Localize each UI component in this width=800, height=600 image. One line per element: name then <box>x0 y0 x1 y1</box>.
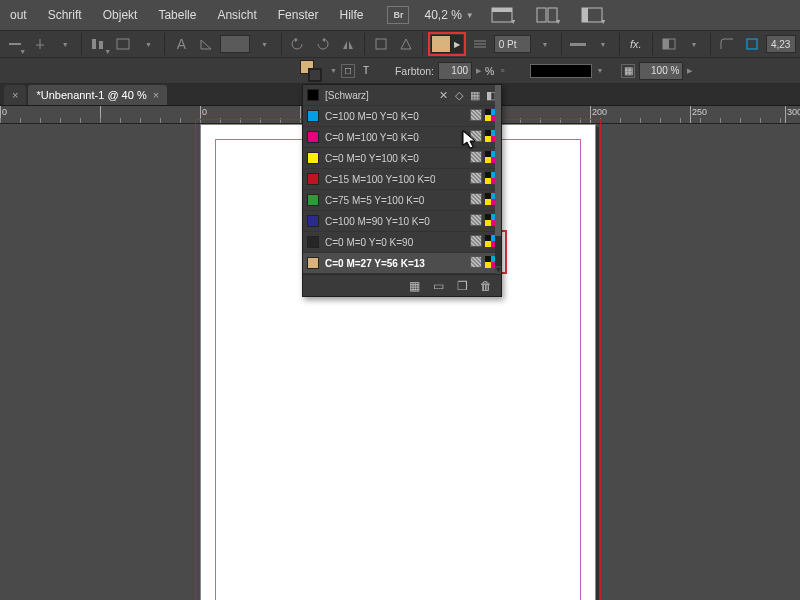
new-folder-icon[interactable]: ▭ <box>431 279 445 293</box>
corner-field[interactable]: 4,23 <box>766 35 796 53</box>
swatch-name: C=75 M=5 Y=100 K=0 <box>325 195 424 206</box>
stroke-weight-menu[interactable]: ▼ <box>534 33 556 55</box>
opacity-menu[interactable]: ▼ <box>683 33 705 55</box>
swatch-row[interactable]: C=100 M=90 Y=10 K=0 <box>303 211 501 232</box>
select-container-icon[interactable] <box>370 33 392 55</box>
flip-h-icon[interactable] <box>337 33 359 55</box>
color-type-icon <box>470 214 482 226</box>
ruler-label: 300 <box>787 107 800 117</box>
zoom-readout[interactable]: 40,2 % ▼ <box>424 8 473 22</box>
stroke-type-menu[interactable]: ▼ <box>596 67 603 74</box>
wrap2-slot[interactable]: ▼ <box>137 33 159 55</box>
options-slot[interactable]: ▼ <box>54 33 76 55</box>
document-tab[interactable]: *Unbenannt-1 @ 40 % × <box>28 85 167 105</box>
swatch-row[interactable]: C=15 M=100 Y=100 K=0 <box>303 169 501 190</box>
para-style-slot[interactable] <box>29 33 51 55</box>
color-type-icon <box>470 235 482 247</box>
svg-rect-1 <box>492 8 512 12</box>
scroll-down-arrow[interactable]: ▼ <box>495 266 501 274</box>
corner-icon[interactable] <box>716 33 738 55</box>
flip-slot[interactable]: ▼ <box>253 33 275 55</box>
swatch-name: C=100 M=90 Y=10 K=0 <box>325 216 430 227</box>
scrollbar-thumb[interactable] <box>495 85 501 236</box>
swatch-name: [Schwarz] <box>325 90 369 101</box>
farbton-flyout[interactable]: ▶ <box>476 67 481 75</box>
stroke-type-preview[interactable] <box>530 64 592 78</box>
stroke-weight-field[interactable]: 0 Pt <box>494 35 531 53</box>
select-content-icon[interactable] <box>395 33 417 55</box>
color-type-icon <box>470 193 482 205</box>
stroke-style-icon[interactable] <box>567 33 589 55</box>
ruler-label: 200 <box>592 107 607 117</box>
swatch-row[interactable]: C=0 M=0 Y=0 K=90 <box>303 232 501 253</box>
swatch-attr-icon: ✕ <box>437 89 449 101</box>
fill-stroke-proxy[interactable] <box>300 60 322 82</box>
wrap-slot[interactable] <box>112 33 134 55</box>
svg-rect-10 <box>376 39 386 49</box>
swatches-scrollbar[interactable]: ▼ <box>495 85 501 274</box>
swatch-view-icon[interactable]: ▦ <box>407 279 421 293</box>
fx-button[interactable]: fx. <box>625 33 647 55</box>
opacity-icon <box>658 33 680 55</box>
menu-tabelle[interactable]: Tabelle <box>150 4 204 26</box>
swatch-chip <box>307 194 319 206</box>
opacity-proxy-icon: ▦ <box>621 64 635 78</box>
svg-rect-6 <box>9 43 21 45</box>
arrange-button[interactable]: ▼ <box>530 3 564 27</box>
angle-slot[interactable] <box>195 33 217 55</box>
swatch-attr-icon: ◇ <box>453 89 465 101</box>
new-swatch-icon[interactable]: ❐ <box>455 279 469 293</box>
document-tab-title: *Unbenannt-1 @ 40 % <box>36 89 146 101</box>
angle-field[interactable] <box>220 35 250 53</box>
trash-icon[interactable]: 🗑 <box>479 279 493 293</box>
fill-swatch-menu[interactable]: ▶ <box>451 35 463 53</box>
align-slot[interactable]: ▼ <box>87 33 109 55</box>
swatch-row[interactable]: C=0 M=27 Y=56 K=13 <box>303 253 501 274</box>
char-style-slot[interactable]: ▼ <box>4 33 26 55</box>
svg-rect-11 <box>570 43 586 46</box>
menu-hilfe[interactable]: Hilfe <box>331 4 371 26</box>
swatch-row[interactable]: C=100 M=0 Y=0 K=0 <box>303 106 501 127</box>
application-menubar: out Schrift Objekt Tabelle Ansicht Fenst… <box>0 0 800 30</box>
stroke-style-menu[interactable]: ▼ <box>592 33 614 55</box>
menu-objekt[interactable]: Objekt <box>95 4 146 26</box>
swatches-panel-footer: ▦ ▭ ❐ 🗑 <box>303 274 501 296</box>
svg-rect-14 <box>747 39 757 49</box>
stroke-weight-icon <box>469 33 491 55</box>
menu-fenster[interactable]: Fenster <box>270 4 327 26</box>
menu-layout[interactable]: out <box>2 4 35 26</box>
screen-mode-button[interactable]: ▼ <box>485 3 519 27</box>
farbton-menu[interactable]: ≡ <box>500 67 504 74</box>
swatch-row[interactable]: C=75 M=5 Y=100 K=0 <box>303 190 501 211</box>
farbton-field[interactable]: 100 <box>438 62 472 80</box>
swatch-chip <box>307 173 319 185</box>
opacity-flyout[interactable]: ▶ <box>687 67 692 75</box>
letter-slot[interactable]: A <box>170 33 192 55</box>
close-icon[interactable]: × <box>153 89 159 101</box>
color-type-icon <box>470 109 482 121</box>
tab-overflow-left[interactable]: × <box>4 85 26 105</box>
swatch-name: C=0 M=100 Y=0 K=0 <box>325 132 419 143</box>
rotate-ccw-icon[interactable] <box>286 33 308 55</box>
menu-schrift[interactable]: Schrift <box>40 4 90 26</box>
svg-rect-5 <box>582 8 588 22</box>
chevron-down-icon[interactable]: ▼ <box>330 67 337 74</box>
swatch-row[interactable]: [Schwarz]✕◇▦◧ <box>303 85 501 106</box>
fill-swatch-highlighted[interactable]: ▶ <box>428 32 466 56</box>
close-icon[interactable]: × <box>12 89 18 101</box>
rotate-cw-icon[interactable] <box>311 33 333 55</box>
svg-rect-13 <box>663 39 669 49</box>
farbton-label: Farbton: <box>395 65 434 77</box>
menu-ansicht[interactable]: Ansicht <box>209 4 264 26</box>
color-type-icon <box>470 172 482 184</box>
mouse-cursor-icon <box>462 130 478 152</box>
bridge-button[interactable]: Br <box>387 6 409 24</box>
workspace-button[interactable]: ▼ <box>575 3 609 27</box>
swatch-attr-icon: ▦ <box>469 89 481 101</box>
opacity-field[interactable]: 100 % <box>639 62 683 80</box>
apply-to-text-button[interactable]: T <box>359 64 373 78</box>
swatch-name: C=100 M=0 Y=0 K=0 <box>325 111 419 122</box>
swatches-panel: [Schwarz]✕◇▦◧C=100 M=0 Y=0 K=0C=0 M=100 … <box>302 84 502 297</box>
corner-link-icon[interactable] <box>741 33 763 55</box>
apply-to-container-button[interactable]: □ <box>341 64 355 78</box>
